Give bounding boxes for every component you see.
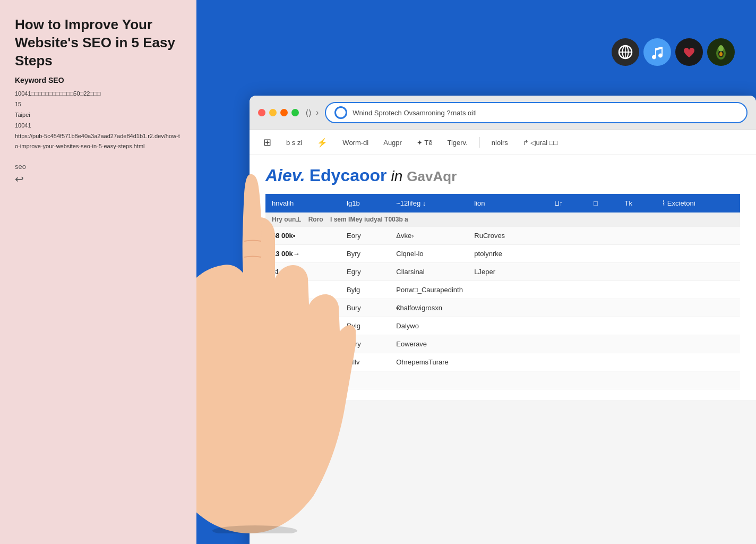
cell-7-3: Eowerave: [390, 335, 547, 353]
meta-line1: 10041□□□□□□□□□□□□50□22□□□: [15, 89, 182, 99]
sidebar-subtitle: Keyword SEO: [15, 76, 182, 84]
icon-music[interactable]: [643, 38, 671, 66]
cell-2-3: Clqnei-lo: [390, 245, 468, 263]
table-row: 80 00k• Bylg Ponw□_Caurapedinth: [265, 281, 740, 299]
toolbar-item-2[interactable]: b s zi: [283, 137, 305, 149]
toolbar-item-wormdi[interactable]: Worm-di: [339, 137, 372, 149]
subheader-row: Hry oun⊥ Roro I sem IMey iudyal T003b a: [265, 212, 740, 227]
table-row: 8F 00k•: [265, 371, 740, 389]
table-row: 68 00k• Eory Δvke› RuCroves: [265, 227, 740, 245]
cell-1-4: RuCroves: [468, 227, 547, 245]
toolbar-item-tigerv[interactable]: Tigerv.: [444, 137, 470, 149]
cell-3-2: Egry: [340, 263, 390, 281]
address-bar[interactable]: Wnind Sprotech Ovsamroning ?rnats αitl: [325, 102, 748, 123]
cell-5-2: Bury: [340, 299, 390, 317]
cell-3-3: Cllarsinal: [390, 263, 468, 281]
cell-1-1: 68 00k•: [265, 227, 340, 245]
cell-3-4: LJeper: [468, 263, 547, 281]
subheader-2: Roro: [308, 216, 323, 223]
browser-content: Aiev. Edycaoor in GavAqr hnvalih lg1b ~1…: [250, 155, 756, 400]
cell-3-1: 81 00k•: [265, 263, 340, 281]
cell-7-2: Bory: [340, 335, 390, 353]
toolbar-item-augpr[interactable]: Augpr: [380, 137, 405, 149]
subheader-3: I sem IMey iudyal T003b a: [330, 216, 408, 223]
subheader-1: Hry oun⊥: [272, 216, 301, 223]
cell-1-2: Eory: [340, 227, 390, 245]
cell-8-3: OhrepemsTurare: [390, 353, 547, 371]
maximize-button[interactable]: [280, 109, 288, 116]
table-row: 17 004• Rylg Dalywo: [265, 317, 740, 335]
sidebar-title: How to Improve Your Website's SEO in 5 E…: [15, 16, 182, 70]
sidebar-meta: 10041□□□□□□□□□□□□50□22□□□ 15 Taipei 1004…: [15, 89, 182, 152]
icon-heart[interactable]: [675, 38, 703, 66]
traffic-lights: [258, 109, 299, 116]
table-row: 32 00k• Bory Eowerave: [265, 335, 740, 353]
cell-1-7: [618, 227, 656, 245]
th-6: □: [587, 194, 618, 212]
minimize-button[interactable]: [269, 109, 277, 116]
blue-header: [196, 0, 756, 104]
toolbar-item-nloirs[interactable]: nloirs: [488, 137, 511, 149]
content-header: Aiev. Edycaoor in GavAqr: [265, 166, 740, 185]
header-part3: in: [391, 168, 403, 185]
th-5: ⊔↑: [548, 194, 587, 212]
toolbar-item-1[interactable]: ⊞: [260, 134, 274, 150]
table-row: 13 00k→ Byry Clqnei-lo ptolynrke: [265, 245, 740, 263]
sidebar-tag-icon: ↩: [15, 173, 182, 185]
browser-chrome: ⟨⟩ › Wnind Sprotech Ovsamroning ?rnats α…: [250, 96, 756, 130]
icon-globe[interactable]: [612, 38, 639, 66]
browser-nav: ⟨⟩ ›: [305, 108, 319, 118]
cell-4-3: Ponw□_Caurapedinth: [390, 281, 547, 299]
cell-6-3: Dalywo: [390, 317, 547, 335]
header-part4: GavAqr: [407, 168, 457, 185]
table-header-row: hnvalih lg1b ~12lifeg ↓ lion ⊔↑ □ Tk ⌇ E…: [265, 194, 740, 212]
data-table: hnvalih lg1b ~12lifeg ↓ lion ⊔↑ □ Tk ⌇ E…: [265, 194, 740, 389]
th-4: lion: [468, 194, 547, 212]
cell-9-1: 8F 00k•: [265, 371, 340, 389]
toolbar-separator: [479, 137, 480, 148]
cell-4-2: Bylg: [340, 281, 390, 299]
table-row: 32 00k• Bury €halfowigrosxn: [265, 299, 740, 317]
nav-forward[interactable]: ›: [316, 108, 319, 117]
toolbar-item-ural[interactable]: ↱ ◁ural □□: [520, 137, 561, 149]
meta-line2: 15: [15, 99, 182, 110]
cell-6-2: Rylg: [340, 317, 390, 335]
close-button[interactable]: [258, 109, 265, 116]
browser-toolbar: ⊞ b s zi ⚡ Worm-di Augpr ✦ Tē Tigerv. nl…: [250, 130, 756, 155]
table-row: 81 00k• Egry Cllarsinal LJeper: [265, 263, 740, 281]
toolbar-item-3[interactable]: ⚡: [314, 135, 331, 150]
th-8: ⌇ Excietoni: [656, 194, 740, 212]
meta-url: https://pub-5c454f571b8e40a3a2aad27ade84…: [15, 131, 182, 152]
th-3: ~12lifeg ↓: [390, 194, 468, 212]
cell-1-5: [548, 227, 587, 245]
header-part2: Edycaoor: [310, 166, 387, 185]
cell-6-1: 17 004•: [265, 317, 340, 335]
meta-line4: 10041: [15, 121, 182, 131]
cell-2-4: ptolynrke: [468, 245, 547, 263]
table-row: S0 00k• Nillv OhrepemsTurare: [265, 353, 740, 371]
cell-8-2: Nillv: [340, 353, 390, 371]
main-area: ⟨⟩ › Wnind Sprotech Ovsamroning ?rnats α…: [196, 0, 756, 544]
header-part1: Aiev.: [265, 166, 305, 185]
cell-1-3: Δvke›: [390, 227, 468, 245]
fullscreen-button[interactable]: [291, 109, 299, 116]
top-icons: [612, 38, 735, 66]
nav-back[interactable]: ⟨⟩: [305, 108, 312, 118]
th-7: Tk: [618, 194, 656, 212]
th-2: lg1b: [340, 194, 390, 212]
cell-4-1: 80 00k•: [265, 281, 340, 299]
cell-1-8: [656, 227, 740, 245]
cell-8-1: S0 00k•: [265, 353, 340, 371]
icon-avocado[interactable]: [707, 38, 735, 66]
sidebar: How to Improve Your Website's SEO in 5 E…: [0, 0, 196, 544]
svg-point-7: [719, 52, 723, 56]
browser-icon: [334, 106, 347, 119]
svg-point-6: [718, 45, 724, 52]
address-text: Wnind Sprotech Ovsamroning ?rnats αitl: [353, 109, 738, 117]
cell-5-1: 32 00k•: [265, 299, 340, 317]
cell-5-3: €halfowigrosxn: [390, 299, 547, 317]
toolbar-item-te[interactable]: ✦ Tē: [414, 137, 436, 149]
cell-1-6: [587, 227, 618, 245]
sidebar-tag: seo: [15, 163, 182, 171]
meta-line3: Taipei: [15, 110, 182, 121]
